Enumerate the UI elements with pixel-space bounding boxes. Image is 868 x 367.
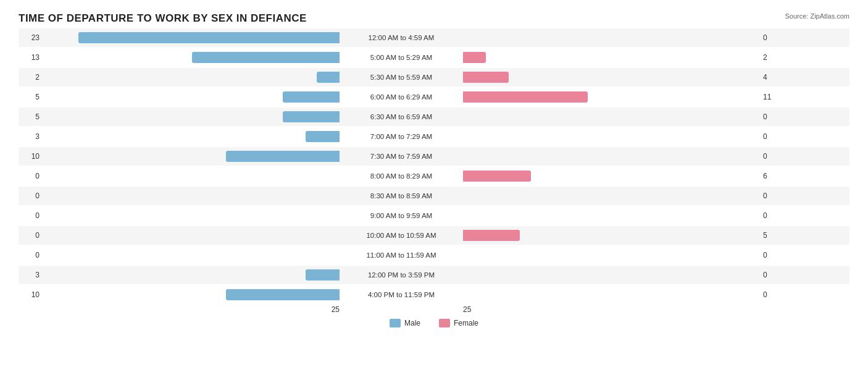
female-bar-area — [463, 210, 759, 221]
time-label: 10:00 AM to 10:59 AM — [340, 232, 463, 239]
male-bar-area — [43, 91, 340, 103]
female-bar — [463, 230, 520, 241]
table-row: 5 6:30 AM to 6:59 AM 0 — [19, 108, 849, 126]
legend-male-box — [390, 319, 401, 327]
female-value: 0 — [759, 251, 784, 259]
male-bar-area — [43, 151, 340, 162]
table-row: 0 8:30 AM to 8:59 AM 0 — [19, 187, 849, 205]
table-row: 10 7:30 AM to 7:59 AM 0 — [19, 147, 849, 166]
time-label: 5:00 AM to 5:29 AM — [340, 54, 463, 61]
female-bar-area — [463, 171, 759, 182]
female-value: 0 — [759, 211, 784, 220]
time-label: 4:00 PM to 11:59 PM — [340, 291, 463, 298]
male-bar-area — [43, 289, 340, 300]
female-bar-area — [463, 190, 759, 201]
male-value: 5 — [19, 93, 43, 101]
time-label: 8:30 AM to 8:59 AM — [340, 192, 463, 200]
male-bar-area — [43, 131, 340, 142]
time-label: 12:00 PM to 3:59 PM — [340, 271, 463, 279]
table-row: 10 4:00 PM to 11:59 PM 0 — [19, 285, 849, 304]
male-bar — [317, 72, 340, 83]
female-bar-area — [463, 250, 759, 261]
female-value: 0 — [759, 152, 784, 161]
axis-right-val: 25 — [463, 305, 759, 314]
female-value: 0 — [759, 192, 784, 200]
female-bar-area — [463, 151, 759, 162]
male-value: 10 — [19, 152, 43, 161]
male-value: 0 — [19, 251, 43, 259]
male-bar — [192, 52, 340, 63]
female-value: 0 — [759, 132, 784, 141]
female-bar-area — [463, 91, 759, 103]
male-bar — [78, 32, 340, 43]
female-value: 0 — [759, 290, 784, 299]
legend-female-box — [439, 319, 450, 327]
male-value: 2 — [19, 73, 43, 82]
time-label: 7:30 AM to 7:59 AM — [340, 153, 463, 160]
male-bar-area — [43, 32, 340, 43]
female-bar-area — [463, 230, 759, 241]
table-row: 2 5:30 AM to 5:59 AM 4 — [19, 68, 849, 86]
male-bar-area — [43, 52, 340, 63]
table-row: 3 7:00 AM to 7:29 AM 0 — [19, 127, 849, 146]
time-label: 7:00 AM to 7:29 AM — [340, 133, 463, 140]
female-value: 4 — [759, 73, 784, 82]
male-bar — [306, 131, 340, 142]
table-row: 0 11:00 AM to 11:59 AM 0 — [19, 246, 849, 264]
female-bar — [463, 52, 486, 63]
male-bar-area — [43, 250, 340, 261]
legend-female-label: Female — [454, 319, 478, 327]
male-bar — [283, 111, 340, 122]
female-value: 5 — [759, 231, 784, 240]
male-bar-area — [43, 171, 340, 182]
male-bar-area — [43, 269, 340, 281]
time-label: 6:00 AM to 6:29 AM — [340, 93, 463, 101]
female-bar-area — [463, 269, 759, 281]
chart-title: TIME OF DEPARTURE TO WORK BY SEX IN DEFI… — [19, 12, 849, 25]
time-label: 5:30 AM to 5:59 AM — [340, 74, 463, 81]
female-bar-area — [463, 72, 759, 83]
male-bar — [226, 289, 340, 300]
legend-male-label: Male — [404, 319, 420, 327]
male-value: 10 — [19, 290, 43, 299]
axis-left-val: 25 — [43, 305, 340, 314]
female-value: 0 — [759, 33, 784, 42]
female-bar-area — [463, 52, 759, 63]
male-value: 3 — [19, 271, 43, 279]
male-value: 5 — [19, 112, 43, 121]
table-row: 5 6:00 AM to 6:29 AM 11 — [19, 88, 849, 106]
male-value: 3 — [19, 132, 43, 141]
male-value: 0 — [19, 192, 43, 200]
female-bar — [463, 91, 588, 103]
female-value: 6 — [759, 172, 784, 180]
legend: Male Female — [19, 319, 849, 327]
source-text: Source: ZipAtlas.com — [785, 12, 849, 20]
male-bar — [226, 151, 340, 162]
male-bar-area — [43, 111, 340, 122]
male-value: 23 — [19, 33, 43, 42]
table-row: 13 5:00 AM to 5:29 AM 2 — [19, 48, 849, 67]
female-bar — [463, 72, 509, 83]
female-value: 0 — [759, 112, 784, 121]
male-value: 0 — [19, 231, 43, 240]
male-bar-area — [43, 190, 340, 201]
male-bar-area — [43, 230, 340, 241]
male-value: 13 — [19, 53, 43, 62]
female-value: 2 — [759, 53, 784, 62]
female-bar — [463, 171, 531, 182]
female-bar-area — [463, 289, 759, 300]
male-value: 0 — [19, 172, 43, 180]
chart-container: TIME OF DEPARTURE TO WORK BY SEX IN DEFI… — [0, 0, 868, 367]
male-bar-area — [43, 72, 340, 83]
time-label: 8:00 AM to 8:29 AM — [340, 172, 463, 180]
axis-row: 25 25 — [19, 305, 849, 314]
male-value: 0 — [19, 211, 43, 220]
female-value: 0 — [759, 271, 784, 279]
table-row: 3 12:00 PM to 3:59 PM 0 — [19, 266, 849, 284]
female-bar-area — [463, 32, 759, 43]
female-value: 11 — [759, 93, 784, 101]
chart-area: 23 12:00 AM to 4:59 AM 0 13 5:00 AM to 5… — [19, 28, 849, 304]
table-row: 23 12:00 AM to 4:59 AM 0 — [19, 28, 849, 47]
male-bar-area — [43, 210, 340, 221]
male-bar — [283, 91, 340, 103]
